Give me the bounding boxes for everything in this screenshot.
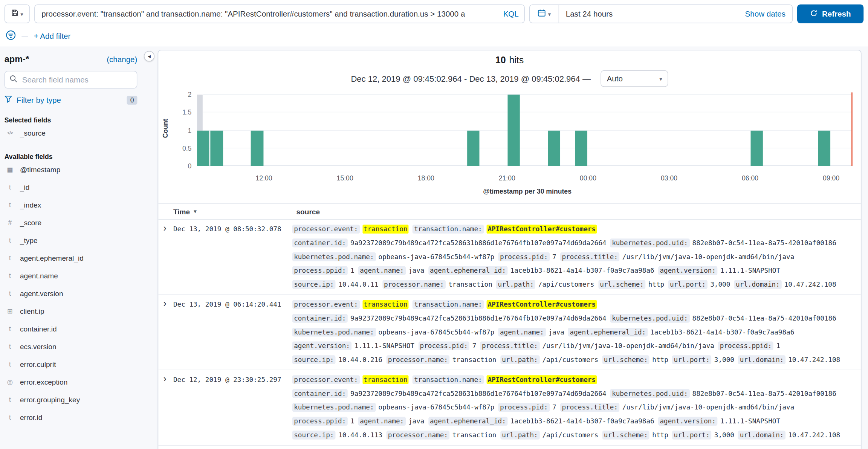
field-key: container.id <box>292 389 348 398</box>
source-field-pair: process.title/usr/lib/jvm/java-10-openjd… <box>480 339 714 353</box>
filter-set-menu-icon[interactable] <box>6 30 16 43</box>
field-value: 7 <box>552 403 556 411</box>
histogram-bar[interactable] <box>211 130 223 166</box>
field-item-_index[interactable]: t_index <box>5 196 138 214</box>
histogram-bar[interactable] <box>507 95 520 166</box>
query-language-button[interactable]: KQL <box>498 9 519 18</box>
x-tick-label: 00:00 <box>580 174 596 182</box>
expand-document-button[interactable]: › <box>163 374 166 385</box>
field-item-_type[interactable]: t_type <box>5 231 138 249</box>
field-item-client.ip[interactable]: ⊞client.ip <box>5 302 138 320</box>
source-field-pair: agent.version1.11.1-SNAPSHOT <box>292 339 414 353</box>
field-key: process.ppid <box>292 417 348 426</box>
field-key: url.scheme <box>602 355 649 364</box>
document-source: processor.eventtransactiontransaction.na… <box>292 298 854 367</box>
source-field-pair: kubernetes.pod.nameopbeans-java-67845c5b… <box>292 401 494 415</box>
source-field-pair: url.schemehttp <box>598 278 664 292</box>
field-item-_id[interactable]: t_id <box>5 178 138 196</box>
query-text[interactable]: processor.event: "transaction" and trans… <box>41 9 498 18</box>
field-value: 882e8b07-0c54-11ea-8a75-42010af00186 <box>692 389 836 397</box>
hits-count: 10 <box>495 55 506 65</box>
search-icon <box>9 75 18 85</box>
histogram-interval-select[interactable]: Auto ▾ <box>601 70 668 87</box>
filter-by-type-label: Filter by type <box>17 96 61 105</box>
histogram-bar[interactable] <box>197 130 209 166</box>
source-field-pair: kubernetes.pod.uid882e8b07-0c54-11ea-8a7… <box>610 387 836 401</box>
field-item-@timestamp[interactable]: ▦@timestamp <box>5 160 138 178</box>
time-column-header[interactable]: Time ▼ <box>173 207 292 215</box>
field-value: opbeans-java-67845c5b44-wf87p <box>378 403 494 411</box>
histogram-bar[interactable] <box>467 130 480 166</box>
saved-query-menu-button[interactable]: ▾ <box>5 5 30 23</box>
table-header: Time ▼ _source <box>158 203 861 220</box>
histogram-bar[interactable] <box>575 130 588 166</box>
expand-document-button[interactable]: › <box>163 223 166 234</box>
field-key: agent.ephemeral_id <box>568 328 648 337</box>
filter-bar: + Add filter <box>6 30 71 42</box>
string-type-icon: t <box>6 254 15 262</box>
histogram-plot-area[interactable] <box>203 95 851 166</box>
field-item-agent.version[interactable]: tagent.version <box>5 284 138 302</box>
field-key: process.title <box>480 342 539 351</box>
field-value: java <box>548 328 564 336</box>
source-field-pair: kubernetes.pod.nameopbeans-java-67845c5b… <box>292 250 494 264</box>
field-key: container.id <box>292 238 348 247</box>
field-item-error.grouping_key[interactable]: terror.grouping_key <box>5 391 138 408</box>
field-item-agent.ephemeral_id[interactable]: tagent.ephemeral_id <box>5 249 138 267</box>
string-type-icon: t <box>6 236 15 244</box>
field-item-error.culprit[interactable]: terror.culprit <box>5 355 138 373</box>
refresh-button[interactable]: Refresh <box>797 5 863 23</box>
field-name: _type <box>20 236 38 244</box>
field-key: source.ip <box>292 431 336 440</box>
source-field-pair: agent.namejava <box>498 325 564 339</box>
histogram-bar[interactable] <box>548 130 561 166</box>
expand-document-button[interactable]: › <box>163 298 166 309</box>
sort-descending-icon: ▼ <box>193 209 198 214</box>
field-search-input[interactable] <box>21 75 132 84</box>
histogram-bar[interactable] <box>251 130 263 166</box>
field-name: client.ip <box>20 307 44 315</box>
field-key: agent.version <box>658 417 717 426</box>
filter-bar-divider <box>21 36 28 36</box>
change-index-pattern-link[interactable]: (change) <box>107 55 137 64</box>
collapse-sidebar-button[interactable]: ◀ <box>144 51 154 61</box>
gridline <box>203 94 851 95</box>
histogram-bar[interactable] <box>751 130 763 166</box>
field-item-agent.name[interactable]: tagent.name <box>5 267 138 284</box>
chevron-down-icon: ▾ <box>20 11 23 17</box>
time-range-value[interactable]: Last 24 hours <box>559 9 745 18</box>
field-item-error.id[interactable]: terror.id <box>5 408 138 426</box>
field-item-ecs.version[interactable]: tecs.version <box>5 338 138 355</box>
field-value: 9a92372089c79b489ca472fca528631b886d1e76… <box>350 315 606 322</box>
available-fields-heading: Available fields <box>5 153 138 161</box>
field-key: agent.name <box>358 266 406 275</box>
field-item-_score[interactable]: #_score <box>5 214 138 231</box>
field-key: process.title <box>560 252 619 261</box>
field-item-error.exception[interactable]: ◎error.exception <box>5 373 138 391</box>
string-type-icon: t <box>6 272 15 279</box>
filter-by-type-button[interactable]: Filter by type 0 <box>5 95 138 105</box>
field-value: 9a92372089c79b489ca472fca528631b886d1e76… <box>350 239 606 247</box>
source-field-pair: transaction.nameAPIRestController#custom… <box>413 298 597 312</box>
field-value: opbeans-java-67845c5b44-wf87p <box>378 328 494 336</box>
string-type-icon: t <box>6 343 15 351</box>
field-value: /usr/lib/jvm/java-10-openjdk-amd64/bin/j… <box>622 253 794 261</box>
string-type-icon: t <box>6 360 15 368</box>
field-name: agent.name <box>20 272 58 280</box>
query-input[interactable]: processor.event: "transaction" and trans… <box>34 5 525 23</box>
field-key: processor.name <box>386 431 449 440</box>
query-bar: ▾ processor.event: "transaction" and tra… <box>5 5 863 23</box>
field-key: agent.name <box>358 417 406 426</box>
field-value: /usr/lib/jvm/java-10-openjdk-amd64/bin/j… <box>542 342 714 350</box>
add-filter-link[interactable]: + Add filter <box>34 32 71 41</box>
field-name: agent.version <box>20 289 63 298</box>
date-picker-quick-menu-button[interactable]: ▾ <box>530 5 559 23</box>
field-key: transaction.name <box>413 225 484 234</box>
field-value-highlighted: APIRestController#customers <box>486 225 597 234</box>
field-item-container.id[interactable]: tcontainer.id <box>5 320 138 338</box>
filter-by-type-count-badge: 0 <box>127 96 137 105</box>
field-item-_source[interactable]: </>_source <box>5 124 138 142</box>
histogram-bar[interactable] <box>818 130 831 166</box>
field-search-box[interactable] <box>5 71 138 89</box>
show-dates-link[interactable]: Show dates <box>745 9 792 18</box>
